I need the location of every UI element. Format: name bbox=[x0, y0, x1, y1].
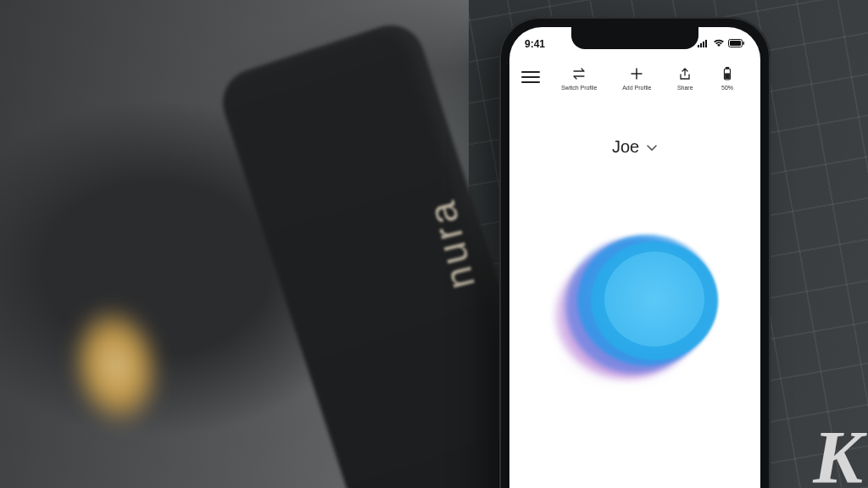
status-time: 9:41 bbox=[525, 38, 545, 50]
svg-rect-2 bbox=[703, 42, 704, 47]
battery-level-label: 50% bbox=[721, 85, 733, 91]
profile-selector[interactable]: Joe bbox=[509, 137, 760, 157]
svg-rect-5 bbox=[743, 42, 745, 45]
svg-rect-0 bbox=[698, 45, 699, 47]
phone-frame: 9:41 bbox=[499, 17, 771, 488]
profile-blob bbox=[550, 226, 720, 387]
phone-notch bbox=[571, 27, 698, 49]
app-toolbar: Switch Profile Add Profile Share bbox=[509, 66, 760, 91]
share-button[interactable]: Share bbox=[676, 66, 693, 91]
share-label: Share bbox=[677, 85, 693, 91]
add-profile-button[interactable]: Add Profile bbox=[622, 66, 651, 91]
signal-icon bbox=[698, 38, 709, 50]
battery-status[interactable]: 50% bbox=[719, 66, 736, 91]
battery-icon bbox=[728, 38, 745, 50]
switch-profile-label: Switch Profile bbox=[561, 85, 597, 91]
switch-profile-button[interactable]: Switch Profile bbox=[561, 66, 597, 91]
svg-rect-1 bbox=[700, 43, 702, 47]
add-profile-label: Add Profile bbox=[622, 85, 651, 91]
watermark-letter: K bbox=[813, 414, 863, 488]
status-indicators bbox=[698, 38, 745, 50]
share-icon bbox=[676, 66, 693, 81]
plus-icon bbox=[628, 66, 645, 81]
svg-rect-6 bbox=[730, 41, 741, 46]
svg-rect-3 bbox=[705, 40, 707, 47]
headphone-logo-glow bbox=[59, 296, 173, 437]
phone-screen: 9:41 bbox=[509, 27, 760, 488]
svg-rect-8 bbox=[726, 68, 729, 69]
toolbar-items: Switch Profile Add Profile Share bbox=[548, 66, 748, 91]
hearing-profile-visual bbox=[509, 197, 760, 417]
chevron-down-icon bbox=[646, 137, 658, 157]
profile-name: Joe bbox=[612, 137, 639, 157]
switch-icon bbox=[570, 66, 587, 81]
battery-level-icon bbox=[719, 66, 736, 81]
svg-rect-9 bbox=[726, 74, 729, 79]
scene-background: nura K 9:41 bbox=[0, 0, 868, 488]
menu-button[interactable] bbox=[521, 71, 540, 83]
wifi-icon bbox=[713, 38, 725, 50]
